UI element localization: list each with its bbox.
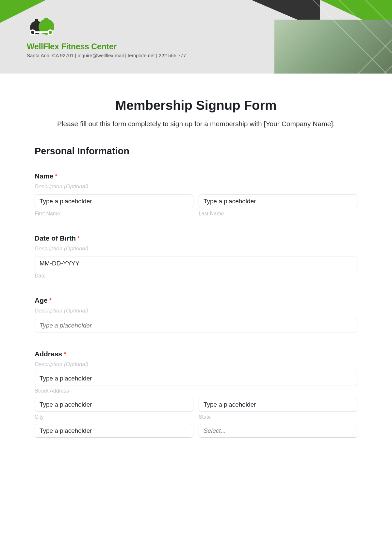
svg-rect-3: [44, 18, 48, 22]
logo-icon: [27, 17, 59, 40]
sublabel-dob: Date: [35, 273, 357, 279]
zip-input[interactable]: [35, 424, 193, 438]
desc-age: Description (Optional): [35, 308, 357, 314]
desc-name: Description (Optional): [35, 183, 357, 190]
first-name-input[interactable]: [35, 194, 193, 208]
header-photo-grid: [274, 20, 392, 74]
sublabel-last-name: Last Name: [199, 211, 357, 217]
form-content: Membership Signup Form Please fill out t…: [0, 74, 392, 451]
required-mark: *: [63, 350, 66, 358]
svg-point-8: [49, 31, 52, 34]
state-input[interactable]: [199, 398, 357, 412]
svg-rect-1: [35, 19, 38, 22]
required-mark: *: [49, 296, 52, 304]
field-dob: Date of Birth * Description (Optional) D…: [35, 234, 357, 279]
header-banner: WellFlex Fitness Center Santa Ana, CA 92…: [0, 0, 392, 74]
city-input[interactable]: [35, 398, 193, 412]
sublabel-city: City: [35, 414, 193, 420]
label-address: Address: [35, 350, 62, 358]
page-subtitle: Please fill out this form completely to …: [35, 119, 357, 129]
sublabel-state: State: [199, 414, 357, 420]
required-mark: *: [55, 172, 57, 180]
age-input[interactable]: [35, 319, 357, 332]
label-age: Age: [35, 296, 48, 304]
desc-address: Description (Optional): [35, 361, 357, 368]
desc-dob: Description (Optional): [35, 245, 357, 252]
label-name: Name: [35, 172, 53, 180]
field-address: Address * Description (Optional) Street …: [35, 350, 357, 438]
field-age: Age * Description (Optional): [35, 296, 357, 332]
street-input[interactable]: [35, 372, 357, 385]
field-name: Name * Description (Optional) First Name…: [35, 172, 357, 217]
label-dob: Date of Birth: [35, 234, 76, 242]
brand-contact-line: Santa Ana, CA 92701 | inquire@wellflex.m…: [27, 53, 186, 58]
svg-point-7: [31, 31, 34, 34]
brand-name: WellFlex Fitness Center: [27, 42, 186, 51]
sublabel-first-name: First Name: [35, 211, 193, 217]
brand-block: WellFlex Fitness Center Santa Ana, CA 92…: [27, 17, 186, 58]
page-title: Membership Signup Form: [35, 98, 357, 113]
required-mark: *: [77, 234, 80, 242]
sublabel-street: Street Address: [35, 388, 357, 394]
country-select[interactable]: [199, 424, 357, 438]
dob-input[interactable]: [35, 257, 357, 270]
section-personal-info: Personal Information: [35, 146, 357, 157]
last-name-input[interactable]: [199, 194, 357, 208]
